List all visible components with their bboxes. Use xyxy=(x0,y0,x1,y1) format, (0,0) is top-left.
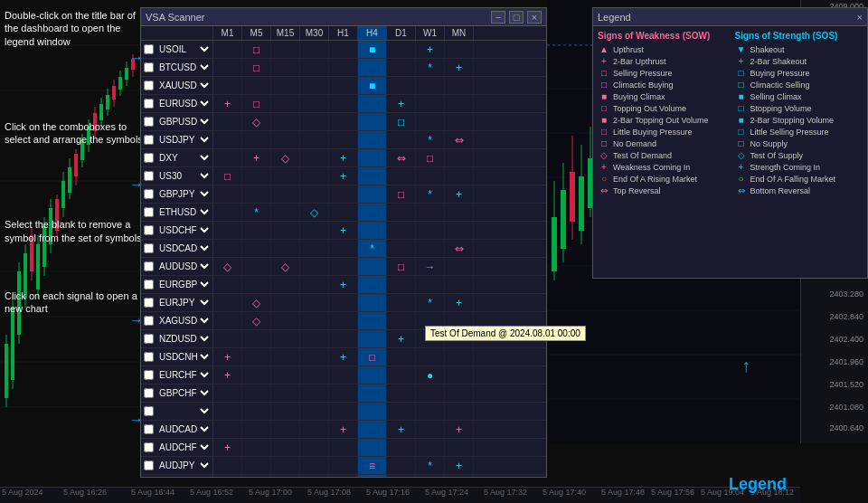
cell-xauusd-m5[interactable] xyxy=(242,77,271,94)
cell-audusd-w1[interactable]: → xyxy=(416,258,445,275)
cell-gbpchf-h4[interactable] xyxy=(358,384,387,402)
cell-btcusd-h4[interactable] xyxy=(358,59,387,76)
cell-audusd-m5[interactable] xyxy=(242,258,271,275)
cell-eurusd-w1[interactable] xyxy=(416,95,445,112)
cell-blank-w1[interactable] xyxy=(416,403,445,420)
cell-audjpy-h4[interactable]: ≡ xyxy=(358,457,387,474)
symbol-usoil[interactable]: USOIL xyxy=(141,41,213,58)
cell-usdcad-mn[interactable]: ⇔ xyxy=(445,240,474,257)
cell-usdcad-h1[interactable] xyxy=(329,240,358,257)
cell-xagusd-m15[interactable] xyxy=(271,312,300,329)
symbol-btcusd[interactable]: BTCUSD xyxy=(141,59,213,76)
cell-audcad-m1[interactable] xyxy=(213,421,242,438)
cell-gbpjpy-m30[interactable] xyxy=(300,185,329,203)
cell-eurgbp-m15[interactable] xyxy=(271,276,300,293)
cell-btcusd-d1[interactable] xyxy=(387,59,416,76)
cell-dxy-mn[interactable] xyxy=(445,149,474,166)
cell-xauusd-mn[interactable] xyxy=(445,77,474,94)
vsa-close-btn[interactable]: × xyxy=(527,11,542,24)
checkbox-audjpy[interactable] xyxy=(144,460,154,470)
cell-usdjpy-m30[interactable] xyxy=(300,131,329,148)
cell-gbpjpy-mn[interactable]: + xyxy=(445,185,474,203)
cell-usoil-m5[interactable]: □ xyxy=(242,41,271,58)
cell-usoil-m30[interactable] xyxy=(300,41,329,58)
select-eurchf[interactable]: EURCHF xyxy=(156,369,212,381)
cell-nzdusd-m1[interactable] xyxy=(213,330,242,347)
cell-dxy-h4[interactable] xyxy=(358,149,387,166)
cell-nzdusd-m30[interactable] xyxy=(300,330,329,347)
cell-audcad-m5[interactable] xyxy=(242,421,271,438)
cell-eurusd-mn[interactable] xyxy=(445,95,474,112)
cell-audjpy-m5[interactable] xyxy=(242,457,271,474)
checkbox-ethusd[interactable] xyxy=(144,207,154,217)
cell-eurjpy-m30[interactable] xyxy=(300,294,329,311)
cell-gbpusd-mn[interactable] xyxy=(445,113,474,130)
select-xauusd[interactable]: XAUUSD xyxy=(156,80,212,91)
cell-gbpchf-m1[interactable] xyxy=(213,384,242,402)
cell-ethusd-m5[interactable]: * xyxy=(242,204,271,221)
symbol-audchf[interactable]: AUDCHF xyxy=(141,439,213,456)
cell-audchf-w1[interactable] xyxy=(416,439,445,456)
cell-btcusd-m15[interactable] xyxy=(271,59,300,76)
cell-audchf-mn[interactable] xyxy=(445,439,474,456)
cell-gbpchf-m5[interactable] xyxy=(242,384,271,402)
cell-gbpusd-m1[interactable] xyxy=(213,113,242,130)
cell-dxy-m15[interactable]: ◇ xyxy=(271,149,300,166)
checkbox-btcusd[interactable] xyxy=(144,62,154,72)
cell-xagusd-d1[interactable] xyxy=(387,312,416,329)
cell-blank-m5[interactable] xyxy=(242,403,271,420)
cell-audcad-mn[interactable]: + xyxy=(445,421,474,438)
cell-chfjpy-mn[interactable] xyxy=(445,475,474,477)
cell-btcusd-m30[interactable] xyxy=(300,59,329,76)
cell-us30-m1[interactable]: □ xyxy=(213,167,242,185)
cell-us30-mn[interactable] xyxy=(445,167,474,185)
cell-usdchf-h1[interactable]: + xyxy=(329,222,358,239)
cell-audcad-m15[interactable] xyxy=(271,421,300,438)
cell-usdjpy-m15[interactable] xyxy=(271,131,300,148)
checkbox-usdcnh[interactable] xyxy=(144,352,154,362)
symbol-dxy[interactable]: DXY xyxy=(141,149,213,166)
symbol-audcad[interactable]: AUDCAD xyxy=(141,421,213,438)
cell-gbpchf-m30[interactable] xyxy=(300,384,329,402)
cell-usdjpy-m5[interactable] xyxy=(242,131,271,148)
cell-dxy-h1[interactable]: + xyxy=(329,149,358,166)
cell-eurgbp-w1[interactable] xyxy=(416,276,445,293)
cell-gbpjpy-d1[interactable]: □ xyxy=(387,185,416,203)
cell-usdcnh-m15[interactable] xyxy=(271,348,300,365)
cell-dxy-d1[interactable]: ⇔ xyxy=(387,149,416,166)
select-gbpjpy[interactable]: GBPJPY xyxy=(156,188,212,200)
vsa-title-bar[interactable]: VSA Scanner − □ × xyxy=(141,8,546,26)
cell-eurchf-d1[interactable] xyxy=(387,366,416,384)
cell-eurchf-w1[interactable]: ● xyxy=(416,366,445,384)
cell-usdchf-w1[interactable] xyxy=(416,222,445,239)
checkbox-us30[interactable] xyxy=(144,171,154,181)
cell-usdjpy-m1[interactable] xyxy=(213,131,242,148)
cell-gbpjpy-m5[interactable] xyxy=(242,185,271,203)
cell-ethusd-h4[interactable] xyxy=(358,204,387,221)
cell-eurgbp-m1[interactable] xyxy=(213,276,242,293)
cell-usdjpy-h1[interactable] xyxy=(329,131,358,148)
cell-gbpchf-mn[interactable] xyxy=(445,384,474,402)
select-eurgbp[interactable]: EURGBP xyxy=(156,279,212,290)
symbol-gbpusd[interactable]: GBPUSD xyxy=(141,113,213,130)
symbol-eurchf[interactable]: EURCHF xyxy=(141,366,213,384)
select-usdcad[interactable]: USDCAD xyxy=(156,242,212,254)
cell-eurchf-m1[interactable]: + xyxy=(213,366,242,384)
cell-xauusd-h1[interactable] xyxy=(329,77,358,94)
cell-blank-h1[interactable] xyxy=(329,403,358,420)
cell-us30-h1[interactable]: + xyxy=(329,167,358,185)
cell-usdcnh-m5[interactable] xyxy=(242,348,271,365)
checkbox-nzdusd[interactable] xyxy=(144,334,154,344)
cell-usdcad-d1[interactable] xyxy=(387,240,416,257)
symbol-us30[interactable]: US30 xyxy=(141,167,213,185)
cell-us30-h4[interactable] xyxy=(358,167,387,185)
cell-usdcnh-d1[interactable] xyxy=(387,348,416,365)
checkbox-gbpusd[interactable] xyxy=(144,117,154,127)
cell-gbpusd-m15[interactable] xyxy=(271,113,300,130)
cell-usdchf-m15[interactable] xyxy=(271,222,300,239)
cell-gbpjpy-m15[interactable] xyxy=(271,185,300,203)
cell-xauusd-d1[interactable] xyxy=(387,77,416,94)
cell-xauusd-m30[interactable] xyxy=(300,77,329,94)
cell-usoil-h4[interactable]: ■ xyxy=(358,41,387,58)
cell-eurusd-m30[interactable] xyxy=(300,95,329,112)
